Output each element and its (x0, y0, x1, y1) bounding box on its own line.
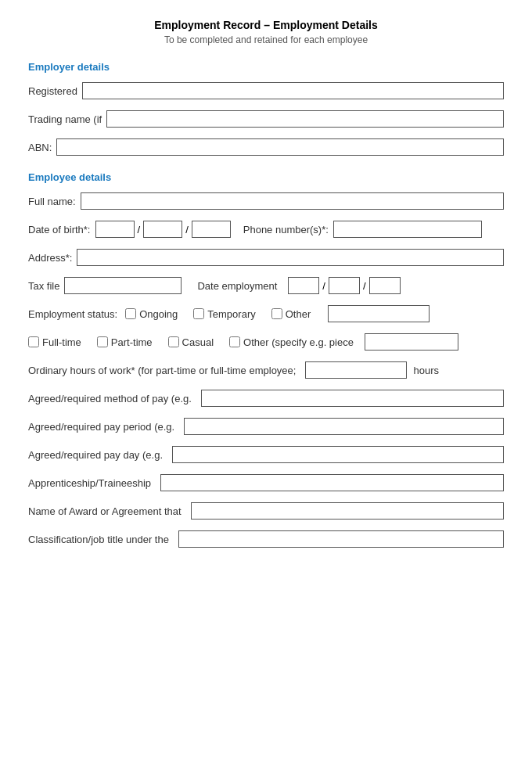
trading-name-input[interactable] (106, 110, 504, 128)
ongoing-checkbox-group: Ongoing (125, 308, 182, 320)
ongoing-checkbox[interactable] (125, 308, 136, 319)
abn-row: ABN: (28, 138, 504, 156)
pay-period-input[interactable] (184, 418, 504, 435)
full-name-row: Full name: (28, 192, 504, 210)
pay-method-input[interactable] (201, 390, 504, 407)
hours-container: hours (305, 361, 439, 379)
date-employment-day-input[interactable] (288, 277, 319, 294)
dob-year-input[interactable] (192, 221, 231, 238)
hours-suffix-label: hours (413, 365, 439, 376)
full-name-input[interactable] (81, 192, 504, 210)
page-subtitle: To be completed and retained for each em… (28, 34, 504, 45)
apprenticeship-input[interactable] (160, 474, 504, 491)
abn-input[interactable] (56, 138, 504, 156)
page-container: Employment Record – Employment Details T… (0, 0, 532, 773)
tax-date-row: Tax file Date employment / / (28, 277, 504, 294)
casual-checkbox-group: Casual (168, 336, 218, 348)
date-employment-label: Date employment (197, 280, 277, 292)
ordinary-hours-label: Ordinary hours of work* (for part-time o… (28, 365, 296, 376)
award-row: Name of Award or Agreement that (28, 502, 504, 520)
pay-day-label: Agreed/required pay day (e.g. (28, 449, 163, 461)
dob-slash1: / (138, 224, 141, 235)
classification-row: Classification/job title under the (28, 530, 504, 548)
fulltime-checkbox[interactable] (28, 336, 39, 347)
phone-input[interactable] (333, 221, 482, 238)
other-type-label: Other (specify e.g. piece (243, 336, 354, 348)
pay-period-row: Agreed/required pay period (e.g. (28, 418, 504, 435)
date-employment-slash1: / (322, 280, 325, 292)
ordinary-hours-row: Ordinary hours of work* (for part-time o… (28, 361, 504, 379)
apprenticeship-label: Apprenticeship/Traineeship (28, 477, 151, 489)
casual-label: Casual (182, 336, 214, 348)
registered-label: Registered (28, 85, 77, 97)
phone-label: Phone number(s)*: (243, 224, 329, 235)
other-status-label: Other (286, 308, 311, 320)
pay-period-label: Agreed/required pay period (e.g. (28, 421, 174, 433)
work-type-row: Full-time Part-time Casual Other (specif… (28, 333, 504, 351)
abn-label: ABN: (28, 142, 52, 153)
pay-day-input[interactable] (172, 446, 504, 463)
classification-label: Classification/job title under the (28, 534, 169, 545)
tax-file-input[interactable] (64, 277, 182, 294)
registered-row: Registered (28, 82, 504, 99)
trading-name-label: Trading name (if (28, 113, 102, 125)
dob-day-input[interactable] (95, 221, 135, 238)
address-input[interactable] (77, 249, 504, 266)
other-type-input[interactable] (365, 333, 458, 351)
fulltime-checkbox-group: Full-time (28, 336, 86, 348)
fulltime-label: Full-time (42, 336, 81, 348)
date-employment-slash2: / (363, 280, 366, 292)
award-label: Name of Award or Agreement that (28, 505, 182, 517)
dob-label: Date of birth*: (28, 224, 91, 235)
tax-file-label: Tax file (28, 280, 59, 292)
apprenticeship-row: Apprenticeship/Traineeship (28, 474, 504, 491)
address-row: Address*: (28, 249, 504, 266)
temporary-label: Temporary (207, 308, 255, 320)
employer-section-heading: Employer details (28, 61, 504, 73)
date-employment-year-input[interactable] (369, 277, 401, 294)
temporary-checkbox-group: Temporary (193, 308, 260, 320)
casual-checkbox[interactable] (168, 336, 179, 347)
award-input[interactable] (191, 502, 504, 520)
pay-method-label: Agreed/required method of pay (e.g. (28, 393, 192, 404)
page-title: Employment Record – Employment Details (28, 19, 504, 31)
temporary-checkbox[interactable] (193, 308, 204, 319)
employment-status-label: Employment status: (28, 308, 117, 320)
address-label: Address*: (28, 252, 72, 264)
parttime-label: Part-time (111, 336, 153, 348)
employee-section-heading: Employee details (28, 171, 504, 183)
classification-input[interactable] (178, 530, 504, 548)
dob-phone-row: Date of birth*: / / Phone number(s)*: (28, 221, 504, 238)
dob-slash2: / (185, 224, 189, 235)
other-type-checkbox-group: Other (specify e.g. piece (229, 336, 358, 348)
other-type-checkbox[interactable] (229, 336, 240, 347)
pay-method-row: Agreed/required method of pay (e.g. (28, 390, 504, 407)
other-status-checkbox[interactable] (271, 308, 282, 319)
date-employment-month-input[interactable] (329, 277, 360, 294)
other-status-checkbox-group: Other (271, 308, 316, 320)
other-status-input[interactable] (328, 305, 430, 322)
parttime-checkbox[interactable] (97, 336, 108, 347)
employment-status-row: Employment status: Ongoing Temporary Oth… (28, 305, 504, 322)
ongoing-label: Ongoing (139, 308, 178, 320)
trading-name-row: Trading name (if (28, 110, 504, 128)
parttime-checkbox-group: Part-time (97, 336, 157, 348)
registered-input[interactable] (82, 82, 504, 99)
pay-day-row: Agreed/required pay day (e.g. (28, 446, 504, 463)
full-name-label: Full name: (28, 196, 76, 207)
ordinary-hours-input[interactable] (305, 361, 407, 379)
dob-month-input[interactable] (143, 221, 182, 238)
